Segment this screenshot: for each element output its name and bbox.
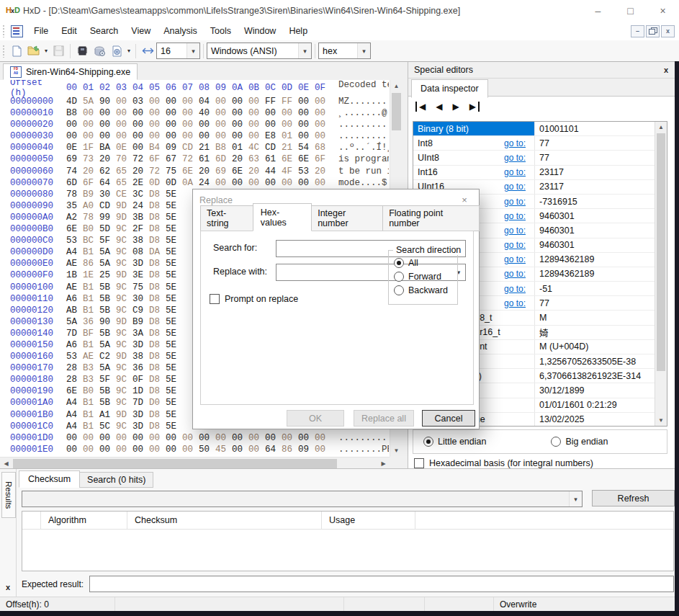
hex-byte[interactable]: 00 — [246, 130, 262, 142]
hex-byte[interactable]: 00 — [179, 119, 196, 130]
hex-byte[interactable]: 00 — [295, 130, 312, 142]
hex-byte[interactable]: 00 — [146, 107, 163, 119]
column-header-algorithm[interactable]: Algorithm — [41, 512, 127, 529]
inspector-value[interactable]: 12894362189 — [534, 267, 655, 281]
scrollbar-thumb[interactable] — [392, 93, 401, 130]
inspector-scrollbar[interactable]: ▲ ▼ — [655, 122, 667, 426]
inspector-value[interactable]: 12894362189 — [534, 253, 655, 267]
hex-byte[interactable]: 72 — [130, 153, 146, 165]
hex-byte[interactable]: A4 — [63, 246, 80, 258]
hex-byte[interactable]: 00 — [96, 107, 113, 119]
hex-byte[interactable]: 3D — [130, 339, 146, 351]
hex-byte[interactable]: 00 — [63, 119, 80, 130]
hex-byte[interactable]: 00 — [130, 119, 146, 130]
inspector-value[interactable]: 6,37066138261923E-314 — [534, 369, 655, 383]
disk-image-dropdown-caret[interactable]: ▾ — [125, 48, 132, 54]
hex-byte[interactable]: 00 — [130, 142, 146, 153]
hex-byte[interactable]: B8 — [212, 142, 229, 153]
hex-byte[interactable]: C2 — [96, 351, 113, 362]
hex-byte[interactable]: 5B — [96, 305, 113, 316]
hex-byte[interactable]: A4 — [63, 409, 80, 421]
hex-byte[interactable]: 00 — [279, 107, 295, 119]
hex-byte[interactable]: B3 — [80, 362, 96, 374]
hex-byte[interactable]: D8 — [146, 258, 163, 269]
mdi-close-button[interactable]: x — [661, 25, 675, 37]
hex-byte[interactable]: AE — [80, 351, 96, 362]
scrollbar-thumb[interactable] — [13, 459, 337, 468]
hex-byte[interactable]: 78 — [63, 189, 80, 200]
hex-byte[interactable]: 00 — [63, 432, 80, 444]
hex-byte[interactable]: 5E — [163, 374, 179, 385]
hex-byte[interactable]: 6F — [80, 177, 96, 189]
hex-byte[interactable]: 00 — [179, 96, 196, 107]
hex-byte[interactable]: 08 — [130, 246, 146, 258]
hex-byte[interactable]: 53 — [63, 235, 80, 246]
menu-analysis[interactable]: Analysis — [157, 23, 204, 39]
hex-byte[interactable]: 5E — [163, 282, 179, 293]
hex-byte[interactable]: 21 — [279, 142, 295, 153]
hex-byte[interactable]: 9C — [113, 235, 130, 246]
bytes-per-row-select[interactable]: 16▾ — [156, 43, 200, 59]
goto-link[interactable]: go to: — [504, 226, 526, 236]
hex-byte[interactable]: 4D — [63, 96, 80, 107]
hex-byte[interactable]: 9D — [113, 351, 130, 362]
hex-byte[interactable]: 5A — [96, 258, 113, 269]
hex-byte[interactable]: 00 — [179, 432, 196, 444]
hex-byte[interactable]: 2E — [130, 177, 146, 189]
hex-byte[interactable]: 9C — [113, 374, 130, 385]
hex-byte[interactable]: 5B — [96, 397, 113, 409]
hex-byte[interactable]: 6E — [295, 153, 312, 165]
hex-byte[interactable]: 00 — [130, 130, 146, 142]
hex-byte[interactable]: CD — [96, 200, 113, 212]
last-byte-button[interactable]: ▶ — [468, 102, 480, 112]
menu-tools[interactable]: Tools — [204, 23, 238, 39]
inspector-value[interactable]: 9460301 — [534, 223, 655, 237]
hex-byte[interactable]: B1 — [80, 409, 96, 421]
hex-byte[interactable]: D8 — [146, 269, 163, 281]
hex-byte[interactable]: D8 — [146, 212, 163, 223]
hex-byte[interactable]: 00 — [212, 130, 229, 142]
hex-byte[interactable]: AB — [63, 305, 80, 316]
inspector-value[interactable]: M (U+004D) — [534, 340, 655, 354]
hex-byte[interactable]: 5F — [96, 235, 113, 246]
hex-byte[interactable]: 00 — [246, 432, 262, 444]
tab-search-0-hits[interactable]: Search (0 hits) — [79, 472, 153, 488]
hex-byte[interactable]: 00 — [146, 432, 163, 444]
hex-byte[interactable]: 00 — [262, 119, 279, 130]
hex-byte[interactable]: 20 — [96, 153, 113, 165]
hex-byte[interactable]: D8 — [146, 385, 163, 397]
hex-byte[interactable]: 5E — [163, 328, 179, 339]
open-disk-button[interactable] — [91, 43, 108, 60]
mdi-minimize-button[interactable]: – — [631, 25, 644, 37]
hex-byte[interactable]: 00 — [229, 119, 246, 130]
hex-byte[interactable]: 5A — [63, 316, 80, 328]
hex-byte[interactable]: 5E — [163, 200, 179, 212]
hex-byte[interactable]: 69 — [212, 166, 229, 177]
column-header-usage[interactable]: Usage — [322, 512, 415, 529]
hex-byte[interactable]: 75 — [163, 166, 179, 177]
hex-byte[interactable]: D8 — [146, 328, 163, 339]
hex-byte[interactable]: 3D — [130, 421, 146, 432]
hex-byte[interactable]: 0A — [179, 177, 196, 189]
hex-byte[interactable]: 5B — [96, 385, 113, 397]
hex-byte[interactable]: 00 — [212, 432, 229, 444]
hex-byte[interactable]: 5E — [163, 235, 179, 246]
hex-byte[interactable]: 00 — [246, 96, 262, 107]
hex-byte[interactable]: D8 — [146, 409, 163, 421]
hex-byte[interactable]: 5E — [163, 385, 179, 397]
hex-byte[interactable]: 00 — [246, 119, 262, 130]
hex-byte[interactable]: 00 — [96, 432, 113, 444]
hex-byte[interactable]: 3D — [130, 258, 146, 269]
hex-byte[interactable]: D8 — [146, 351, 163, 362]
hex-byte[interactable]: 00 — [312, 177, 328, 189]
ok-button[interactable]: OK — [287, 410, 344, 427]
refresh-button[interactable]: Refresh — [592, 490, 675, 506]
hex-byte[interactable]: C9 — [130, 305, 146, 316]
hex-byte[interactable]: B8 — [63, 107, 80, 119]
hex-byte[interactable]: 00 — [246, 444, 262, 455]
inspector-value[interactable]: 23117 — [534, 180, 655, 194]
hex-byte[interactable]: 00 — [312, 107, 328, 119]
radio-little-endian[interactable]: Little endian — [423, 437, 486, 447]
goto-link[interactable]: go to: — [504, 254, 526, 264]
hex-byte[interactable]: 00 — [163, 107, 179, 119]
